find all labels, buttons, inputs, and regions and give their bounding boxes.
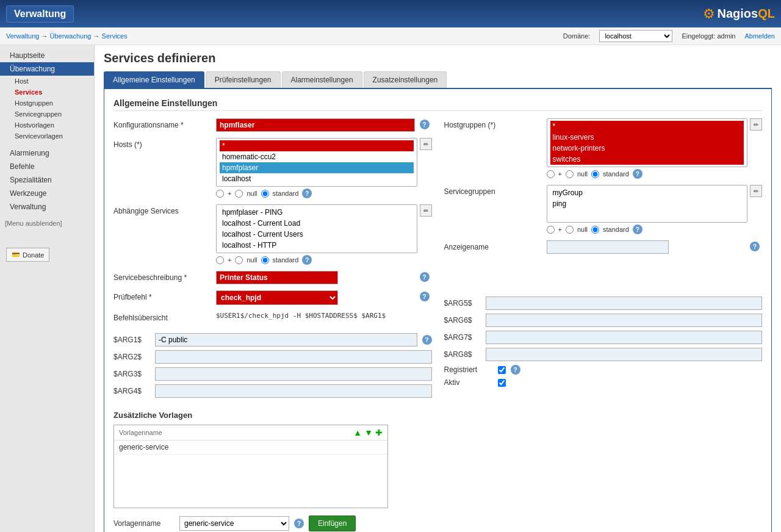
label-registriert: Registriert: [444, 365, 493, 374]
input-arg6[interactable]: [486, 314, 763, 327]
input-arg1[interactable]: [155, 333, 417, 347]
sg-radio-standard[interactable]: [591, 226, 599, 234]
form-two-col: Konfigurationsname * ? Hosts (*): [113, 118, 762, 401]
logo: ⚙ NagiosQL: [703, 6, 775, 22]
input-arg4[interactable]: [155, 384, 432, 398]
sidebar-item-hauptseite[interactable]: Hauptseite: [0, 49, 94, 62]
sg-radio-add[interactable]: [547, 226, 555, 234]
abhaengige-radio-group: + null standard ?: [216, 255, 432, 265]
sidebar-sub-services[interactable]: Services: [0, 87, 94, 98]
help-icon-vorlagenname[interactable]: ?: [294, 519, 304, 528]
label-pruefbefehl: Prüfbefehl *: [113, 290, 211, 301]
template-list-item[interactable]: generic-service: [114, 440, 387, 455]
hosts-radio-standard[interactable]: [261, 190, 269, 198]
listbox-servicegruppen[interactable]: myGroup ping: [547, 185, 748, 223]
sidebar-sub-hostvorlagen[interactable]: Hostvorlagen: [0, 120, 94, 131]
abh-radio-standard[interactable]: [261, 256, 269, 264]
row-befehlsuebersicht: Befehlsübersicht $USER1$/check_hpjd -H $…: [113, 311, 432, 322]
hide-menu-link[interactable]: [Menu ausblenden]: [0, 217, 94, 229]
row-arg4: $ARG4$: [113, 384, 432, 398]
donate-area: 💳 Donate: [0, 242, 94, 268]
sidebar-item-befehle[interactable]: Befehle: [0, 160, 94, 173]
domain-select[interactable]: localhost: [599, 30, 672, 42]
help-icon-konfigurationsname[interactable]: ?: [420, 120, 430, 129]
sidebar-sub-host[interactable]: Host: [0, 76, 94, 87]
label-servicegruppen: Servicegruppen: [444, 185, 542, 196]
sg-radio-null[interactable]: [566, 226, 574, 234]
sidebar-item-verwaltung2[interactable]: Verwaltung: [0, 200, 94, 214]
add-template-icon[interactable]: ✚: [375, 428, 383, 437]
input-arg5[interactable]: [486, 297, 763, 310]
aktiv-checkbox-area: [498, 379, 506, 387]
zusatzliche-vorlagen-section: Zusätzliche Vorlagen Vorlagenname ▲ ▼ ✚ …: [113, 411, 762, 531]
einfuegen-button[interactable]: Einfügen: [309, 516, 356, 531]
help-icon-hostgruppen[interactable]: ?: [633, 169, 642, 179]
hg-radio-add[interactable]: [547, 170, 555, 178]
sidebar-item-alarmierung[interactable]: Alarmierung: [0, 146, 94, 160]
row-arg2: $ARG2$: [113, 350, 432, 364]
row-arg6: $ARG6$: [444, 314, 763, 327]
form-panel: Allgemeine Einstellungen Konfigurationsn…: [104, 89, 772, 532]
logout-link[interactable]: Abmelden: [744, 32, 775, 40]
help-icon-arg1[interactable]: ?: [422, 335, 432, 345]
arrow-down-icon[interactable]: ▼: [364, 428, 373, 437]
tab-allgemein[interactable]: Allgemeine Einstellungen: [104, 71, 204, 88]
edit-servicegruppen-icon[interactable]: ✏: [750, 185, 762, 197]
input-konfigurationsname[interactable]: [216, 118, 415, 132]
help-icon-abhaengige[interactable]: ?: [302, 255, 312, 265]
hg-radio-null[interactable]: [566, 170, 574, 178]
tab-alarm[interactable]: Alarmeinstellungen: [282, 71, 362, 88]
row-konfigurationsname: Konfigurationsname * ?: [113, 118, 432, 132]
hg-radio-standard[interactable]: [591, 170, 599, 178]
edit-hostgruppen-icon[interactable]: ✏: [750, 118, 762, 131]
sidebar-sub-hostgruppen[interactable]: Hostgruppen: [0, 98, 94, 109]
main-layout: Hauptseite Überwachung Host Services Hos…: [0, 45, 781, 532]
abh-radio-null[interactable]: [235, 256, 243, 264]
listbox-abhaengige[interactable]: hpmfplaser - PING localhost - Current Lo…: [216, 204, 417, 253]
label-arg4: $ARG4$: [113, 387, 150, 395]
template-list-header-icons: ▲ ▼ ✚: [353, 428, 383, 437]
field-befehlsuebersicht: $USER1$/check_hpjd -H $HOSTADDRESS$ $ARG…: [216, 311, 432, 320]
label-hostgruppen: Hostgruppen (*): [444, 118, 542, 129]
select-pruefbefehl[interactable]: check_hpjd: [216, 290, 338, 305]
input-arg7[interactable]: [486, 331, 763, 344]
help-konfigurationsname: ?: [420, 118, 432, 129]
breadcrumb-services[interactable]: Services: [102, 32, 128, 40]
edit-hosts-icon[interactable]: ✏: [420, 138, 432, 150]
hostgruppen-radio-group: + null standard ?: [547, 169, 763, 179]
sidebar-sub-servicegruppen[interactable]: Servicegruppen: [0, 109, 94, 120]
listbox-hosts[interactable]: * homematic-ccu2 hpmfplaser localhost: [216, 138, 417, 187]
tab-zusatz[interactable]: Zusatzeinstellungen: [364, 71, 447, 88]
help-icon-servicegruppen[interactable]: ?: [633, 225, 642, 234]
arrow-up-icon[interactable]: ▲: [353, 428, 362, 437]
sidebar-item-ueberwachung[interactable]: Überwachung: [0, 62, 94, 76]
tab-pruefung[interactable]: Prüfeinstellungen: [206, 71, 281, 88]
help-icon-hosts[interactable]: ?: [302, 189, 312, 198]
sidebar-item-spezialitaeten[interactable]: Spezialitäten: [0, 173, 94, 187]
hosts-radio-null[interactable]: [235, 190, 243, 198]
help-icon-anzeigename[interactable]: ?: [750, 242, 760, 251]
hosts-radio-add[interactable]: [216, 190, 224, 198]
input-arg8[interactable]: [486, 348, 763, 361]
abh-radio-add[interactable]: [216, 256, 224, 264]
donate-button[interactable]: 💳 Donate: [6, 248, 49, 262]
edit-abhaengige-icon[interactable]: ✏: [420, 204, 432, 217]
help-icon-registriert[interactable]: ?: [511, 365, 520, 375]
checkbox-aktiv[interactable]: [498, 379, 506, 387]
checkbox-registriert[interactable]: [498, 366, 506, 374]
select-vorlagenname[interactable]: generic-service: [179, 516, 289, 531]
header-title[interactable]: Verwaltung: [6, 5, 74, 23]
breadcrumb-verwaltung[interactable]: Verwaltung: [6, 32, 39, 40]
breadcrumb-ueberwachung[interactable]: Überwachung: [50, 32, 92, 40]
sidebar-item-werkzeuge[interactable]: Werkzeuge: [0, 187, 94, 200]
input-arg2[interactable]: [155, 350, 432, 364]
help-icon-pruefbefehl[interactable]: ?: [420, 292, 430, 301]
input-arg3[interactable]: [155, 367, 432, 381]
label-aktiv: Aktiv: [444, 378, 493, 387]
sidebar-sub-servicevorlagen[interactable]: Servicevorlagen: [0, 131, 94, 142]
domain-label: Domäne:: [563, 32, 591, 40]
listbox-hostgruppen[interactable]: * linux-servers network-printers switche…: [547, 118, 748, 167]
input-servicebeschreibung[interactable]: [216, 271, 338, 284]
input-anzeigename[interactable]: [547, 240, 669, 254]
help-icon-servicebeschreibung[interactable]: ?: [420, 272, 430, 282]
